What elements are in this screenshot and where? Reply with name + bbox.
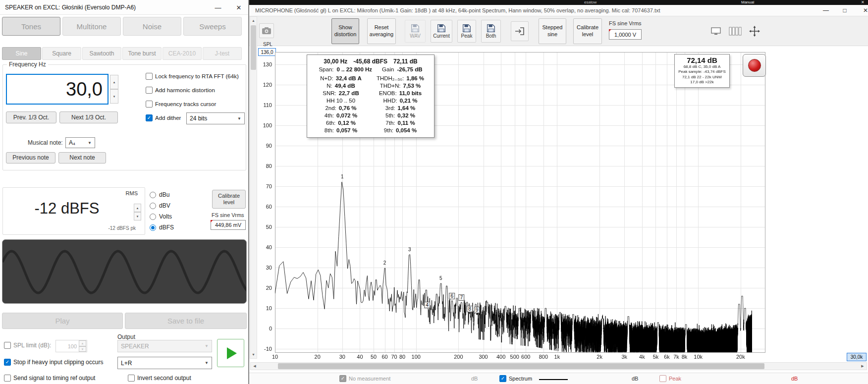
panel-layout-button[interactable] — [709, 25, 723, 37]
horizontal-scrollbar[interactable]: ◀ ▶ — [250, 362, 867, 370]
tracks-cursor-checkbox[interactable]: ✓ Frequency tracks cursor — [146, 101, 216, 108]
frequency-input[interactable] — [6, 74, 108, 105]
x-axis-tick: 1k — [554, 354, 560, 360]
stats-n-label: N: — [326, 83, 332, 89]
export-button[interactable] — [511, 21, 529, 41]
stepped-sine-button[interactable]: Stepped sine — [539, 18, 566, 44]
analyzer-window: esatow Manual ✕ MICROPHONE (Głośność gł)… — [249, 0, 868, 384]
horizontal-scroll-thumb[interactable] — [278, 363, 764, 369]
stats-hhd-label: HHD: — [383, 98, 397, 104]
scroll-right-button[interactable]: ▶ — [859, 363, 867, 370]
invert-second-checkbox[interactable]: ✓ Invert second output — [128, 375, 191, 382]
floppy-disk-icon — [437, 24, 446, 33]
save-wav-label: WAV — [410, 33, 421, 39]
close-button[interactable]: ✕ — [229, 0, 249, 15]
tab-sweeps[interactable]: Sweeps — [183, 17, 242, 36]
tab-sawtooth[interactable]: Sawtooth — [82, 47, 121, 60]
minimize-button[interactable]: — — [208, 0, 228, 15]
radio-dbfs[interactable]: dBFS — [150, 224, 174, 231]
scroll-up-button[interactable]: ▲ — [250, 17, 257, 24]
level-spin-down-button[interactable]: ▼ — [134, 212, 141, 220]
lock-frequency-checkbox[interactable]: ✓ Lock frequency to RTA FFT (64k) — [146, 73, 239, 80]
radio-volts-label: Volts — [159, 213, 172, 220]
start-output-button[interactable] — [217, 339, 244, 367]
y-axis-tick: 130 — [263, 61, 272, 67]
tab-tone-burst[interactable]: Tone burst — [122, 47, 162, 60]
spl-spin-down-button[interactable]: ▼ — [79, 346, 86, 352]
scroll-left-button[interactable]: ◀ — [251, 363, 259, 370]
y-axis-tick: 20 — [266, 285, 272, 291]
tab-square[interactable]: Square — [42, 47, 81, 60]
screenshot-camera-button[interactable] — [259, 23, 274, 38]
reset-averaging-button[interactable]: Reset averaging — [367, 18, 396, 44]
analyzer-window-title: MICROPHONE (Głośność gł) L on EXCL: Mikr… — [255, 5, 810, 16]
musical-note-select[interactable]: A₄ ▼ — [65, 137, 95, 148]
tab-tones[interactable]: Tones — [2, 17, 60, 36]
musical-note-label: Musical note: — [28, 139, 63, 146]
vertical-scroll-thumb[interactable] — [251, 25, 256, 70]
save-current-button[interactable]: Current — [431, 20, 452, 43]
close-button[interactable]: ✕ — [858, 5, 868, 16]
move-arrows-icon — [749, 26, 760, 37]
checkbox-box: ✓ — [339, 375, 346, 382]
fs-sine-vrms-input[interactable] — [211, 220, 246, 230]
output-device-select[interactable]: SPEAKER ▼ — [117, 340, 212, 352]
radio-dbu[interactable]: dBu — [150, 191, 169, 198]
stats-h2-value: 0,76 % — [339, 105, 357, 111]
prev-third-octave-button[interactable]: Prev. 1/3 Oct. — [6, 111, 56, 123]
scroll-down-button[interactable]: ▼ — [250, 351, 257, 358]
radio-circle — [150, 214, 156, 220]
minimize-button[interactable]: — — [818, 5, 834, 16]
save-peak-button[interactable]: Peak — [457, 20, 476, 43]
tab-multitone[interactable]: Multitone — [62, 17, 121, 36]
tab-noise[interactable]: Noise — [123, 17, 181, 36]
x-axis-tick: 50 — [371, 354, 377, 360]
tab-sine[interactable]: Sine — [2, 47, 41, 60]
previous-note-button[interactable]: Previous note — [6, 152, 55, 164]
checkbox-box: ✓ — [659, 375, 666, 382]
peak-trace-checkbox[interactable]: ✓ Peak — [659, 375, 681, 382]
background-menu-manual[interactable]: Manual — [741, 0, 754, 5]
background-close-icon[interactable]: ✕ — [861, 0, 865, 5]
frequency-spinner: ▲ ▼ — [110, 75, 118, 104]
calibrate-level-button[interactable]: Calibrate level — [212, 190, 246, 209]
stats-h6-label: 6th: — [326, 120, 335, 126]
add-harmonic-checkbox[interactable]: ✓ Add harmonic distortion — [146, 87, 215, 94]
spl-spin-up-button[interactable]: ▲ — [79, 340, 86, 346]
spl-limit-checkbox[interactable]: ✓ SPL limit (dB): — [4, 342, 51, 349]
save-to-file-button[interactable]: Save to file — [125, 313, 247, 329]
stats-thdn-label: THD+N: — [380, 83, 401, 89]
timing-ref-checkbox[interactable]: ✓ Send signal to timing ref output — [4, 375, 95, 382]
play-button[interactable]: Play — [2, 313, 123, 329]
radio-dbv[interactable]: dBV — [150, 202, 170, 209]
show-distortion-button[interactable]: Show distortion — [331, 18, 359, 44]
stats-snr-value: 22,7 dB — [339, 90, 359, 96]
radio-volts[interactable]: Volts — [150, 213, 172, 220]
maximize-button[interactable]: □ — [837, 5, 853, 16]
frequency-spin-up-button[interactable]: ▲ — [110, 75, 118, 89]
next-third-octave-button[interactable]: Next 1/3 Oct. — [59, 111, 118, 123]
split-columns-button[interactable] — [727, 25, 744, 37]
pan-zoom-button[interactable] — [748, 24, 761, 38]
frequency-spin-down-button[interactable]: ▼ — [110, 89, 118, 104]
save-wav-button[interactable]: WAV — [405, 20, 426, 43]
add-dither-checkbox[interactable]: ✓ Add dither — [146, 114, 181, 121]
next-note-button[interactable]: Next note — [58, 152, 106, 164]
generator-titlebar: SPEAKER on EXCL: Głośniki (Eversolo DMP-… — [0, 0, 248, 15]
level-spin-up-button[interactable]: ▲ — [134, 204, 141, 212]
vertical-scrollbar[interactable]: ▲ ▼ — [250, 16, 257, 359]
stop-clipping-checkbox[interactable]: ✓ Stop if heavy input clipping occurs — [4, 359, 103, 366]
record-button[interactable] — [743, 54, 766, 77]
x-axis-tick: 400 — [496, 354, 505, 360]
dither-bits-select[interactable]: 24 bits ▼ — [186, 112, 245, 124]
no-measurement-checkbox[interactable]: ✓ No measurement — [339, 375, 390, 382]
tab-j-test[interactable]: J-test — [203, 47, 242, 60]
calibrate-level-button[interactable]: Calibrate level — [573, 18, 602, 44]
y-axis-title: SPL — [263, 42, 272, 47]
routing-select[interactable]: L+R ▼ — [117, 357, 212, 369]
tab-cea-2010[interactable]: CEA-2010 — [163, 47, 202, 60]
spectrum-trace-checkbox[interactable]: ✓ Spectrum — [499, 375, 532, 382]
fs-sine-vrms-input[interactable] — [609, 29, 642, 40]
x-axis-max-input[interactable]: 30,0k — [847, 353, 867, 361]
save-both-button[interactable]: Both — [481, 20, 501, 43]
